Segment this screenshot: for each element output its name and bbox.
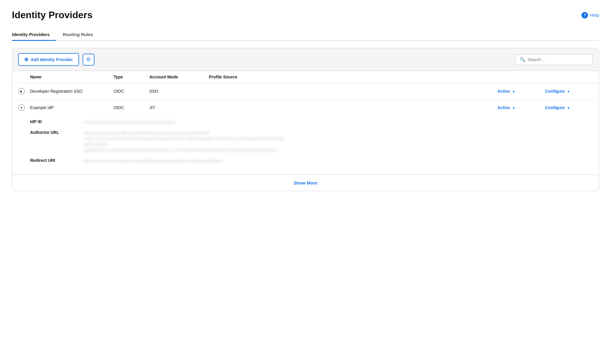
tab-identity-providers[interactable]: Identity Providers [12, 29, 56, 41]
configure-dropdown-arrow: ▼ [567, 90, 570, 93]
show-more-row: Show More [12, 175, 599, 191]
authorize-url-value: https://xxxx-xxxxxxxx.okta.com/oauth2/xx… [84, 130, 263, 153]
search-icon: 🔍 [520, 57, 525, 62]
configure-dropdown-arrow-2: ▼ [567, 106, 570, 110]
page-header: Identity Providers ? Help [12, 10, 599, 21]
search-box: 🔍 [515, 54, 593, 65]
status-dropdown-arrow: ▼ [512, 90, 515, 93]
row-1-main: ▶ Developer Registration SSO OIDC SSO Ac… [12, 83, 599, 99]
add-identity-provider-button[interactable]: ⊕ Add Identity Provider [18, 53, 79, 66]
row-2-expanded-details: IdP ID xxxxxxxxxxxxxxxxxxxxxxxxxxxxxxxxx… [12, 116, 599, 174]
row-1-status-dropdown[interactable]: Active ▼ [497, 89, 545, 94]
redirect-uri-value: https://xxxx-xxxxxxxx.okta.com/oauth2/xx… [84, 158, 223, 164]
row-1-account-mode: SSO [149, 89, 209, 94]
search-input[interactable] [528, 57, 588, 62]
idp-id-label: IdP ID [30, 119, 72, 124]
table-header: Name Type Account Mode Profile Source [12, 71, 599, 83]
col-header-expand [18, 75, 30, 79]
authorize-url-label: Authorize URL [30, 130, 72, 135]
plus-icon: ⊕ [24, 56, 28, 63]
tabs-container: Identity Providers Routing Rules [12, 29, 599, 41]
row-2-status-dropdown[interactable]: Active ▼ [497, 105, 545, 110]
col-header-name: Name [30, 75, 114, 79]
row-1-configure-dropdown[interactable]: Configure ▼ [545, 89, 593, 94]
row-2-account-mode: JIT [149, 105, 209, 110]
help-icon: ? [581, 12, 588, 18]
tab-routing-rules[interactable]: Routing Rules [63, 29, 99, 41]
col-header-status [497, 75, 545, 79]
add-button-label: Add Identity Provider [31, 57, 73, 62]
toolbar-left: ⊕ Add Identity Provider ⚙ [18, 53, 94, 66]
table-row: ▶ Developer Registration SSO OIDC SSO Ac… [12, 83, 599, 100]
redirect-uri-label: Redirect URI [30, 158, 72, 163]
expand-btn-row-2[interactable]: ▼ [18, 104, 25, 111]
detail-row-authorize-url: Authorize URL https://xxxx-xxxxxxxx.okta… [30, 130, 593, 153]
expand-btn-row-1[interactable]: ▶ [18, 88, 25, 95]
detail-row-idp-id: IdP ID xxxxxxxxxxxxxxxxxxxxxxxxxxxxxxxxx… [30, 119, 593, 125]
page-title: Identity Providers [12, 10, 92, 21]
show-more-button[interactable]: Show More [294, 180, 317, 185]
table-row: ▼ Example IdP OIDC JIT Active ▼ Configur… [12, 100, 599, 175]
col-header-account-mode: Account Mode [149, 75, 209, 79]
col-header-type: Type [114, 75, 149, 79]
row-2-main: ▼ Example IdP OIDC JIT Active ▼ Configur… [12, 100, 599, 116]
toolbar: ⊕ Add Identity Provider ⚙ 🔍 [12, 48, 599, 71]
idp-id-value: xxxxxxxxxxxxxxxxxxxxxxxxxxxxxxxxxxxxxxxx… [84, 119, 175, 125]
col-header-profile-source: Profile Source [209, 75, 497, 79]
row-2-type: OIDC [114, 105, 149, 110]
row-1-type: OIDC [114, 89, 149, 94]
gear-icon: ⚙ [86, 56, 91, 63]
help-link[interactable]: ? Help [581, 12, 599, 18]
help-label: Help [590, 13, 599, 18]
row-2-name: Example IdP [30, 105, 114, 110]
detail-row-redirect-uri: Redirect URI https://xxxx-xxxxxxxx.okta.… [30, 158, 593, 164]
main-container: ⊕ Add Identity Provider ⚙ 🔍 Name Type Ac… [12, 48, 599, 191]
row-1-name: Developer Registration SSO [30, 89, 114, 94]
status-dropdown-arrow-2: ▼ [512, 106, 515, 110]
row-2-configure-dropdown[interactable]: Configure ▼ [545, 105, 593, 110]
settings-button[interactable]: ⚙ [83, 54, 94, 66]
col-header-configure [545, 75, 593, 79]
